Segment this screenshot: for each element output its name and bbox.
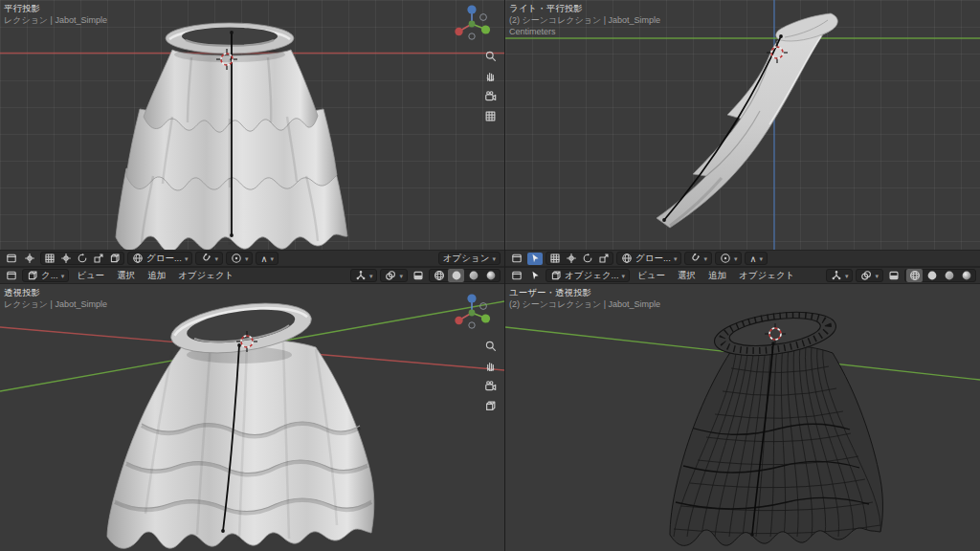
grid-tool-icon[interactable] [547, 253, 563, 265]
chevron-down-icon: ▾ [369, 273, 373, 279]
toolbar-top-left: グロー... ▾ ▾ ▾ ∧ ▾ オプション ▾ [0, 250, 504, 267]
wireframe-view-canvas [505, 284, 980, 551]
viewport-perspective-solid[interactable]: 透視投影 レクション | Jabot_Simple [0, 284, 504, 551]
chevron-down-icon: ▾ [703, 255, 707, 262]
chevron-down-icon: ▾ [399, 273, 403, 279]
header-bottom-right: オブジェク... ▾ ビュー 選択 追加 オブジェクト ▾ ▾ [505, 267, 980, 284]
chevron-down-icon: ▾ [875, 273, 879, 279]
menu-object[interactable]: オブジェクト [173, 270, 238, 282]
shading-mode-group [429, 269, 501, 282]
editor-type-icon[interactable] [4, 253, 19, 265]
falloff-glyph: ∧ [260, 253, 267, 264]
proportional-edit-dropdown[interactable]: ▾ [715, 252, 743, 265]
chevron-down-icon: ▾ [759, 255, 763, 262]
shading-wireframe-icon[interactable] [431, 269, 447, 282]
navigation-gizmo[interactable] [453, 292, 491, 330]
chevron-down-icon: ▾ [492, 255, 496, 262]
zoom-icon[interactable] [481, 48, 499, 64]
viewport-perspective-wireframe[interactable]: ユーザー・透視投影 (2) シーンコレクション | Jabot_Simple [505, 284, 980, 551]
snap-dropdown[interactable]: ▾ [684, 252, 712, 265]
snap-dropdown[interactable]: ▾ [195, 252, 223, 265]
options-label: オプション [443, 253, 490, 265]
menu-select[interactable]: 選択 [673, 270, 701, 282]
editor-type-icon[interactable] [509, 270, 524, 282]
active-tool-select-icon[interactable] [527, 253, 543, 265]
falloff-glyph: ∧ [749, 253, 756, 264]
pan-hand-icon[interactable] [481, 68, 499, 84]
menu-select[interactable]: 選択 [112, 270, 140, 282]
shading-rendered-icon[interactable] [482, 269, 499, 282]
viewport-side-controls [481, 48, 499, 124]
proportional-edit-dropdown[interactable]: ▾ [226, 252, 254, 265]
scale-tool-icon[interactable] [596, 253, 612, 265]
side-view-canvas [505, 0, 980, 250]
pan-hand-icon[interactable] [481, 358, 499, 374]
chevron-down-icon: ▾ [214, 255, 218, 262]
chevron-down-icon: ▾ [185, 255, 189, 262]
viewport-right-ortho[interactable]: ライト・平行投影 (2) シーンコレクション | Jabot_Simple Ce… [505, 0, 980, 250]
xray-toggle-icon[interactable] [411, 270, 426, 282]
grid-tool-icon[interactable] [42, 253, 57, 265]
rotate-tool-icon[interactable] [75, 253, 90, 265]
gizmos-dropdown[interactable]: ▾ [350, 269, 378, 282]
mode-dropdown[interactable]: ク... ▾ [22, 269, 69, 282]
navigation-gizmo[interactable] [453, 3, 491, 41]
chevron-down-icon: ▾ [622, 273, 626, 279]
ortho-grid-icon[interactable] [481, 108, 499, 124]
menu-add[interactable]: 追加 [143, 270, 170, 282]
viewport-side-controls [481, 338, 499, 414]
xray-toggle-icon[interactable] [886, 270, 902, 282]
options-dropdown[interactable]: オプション ▾ [438, 252, 501, 265]
blender-quad-view-window: 平行投影 レクション | Jabot_Simple [0, 0, 980, 551]
menu-view[interactable]: ビュー [633, 270, 670, 282]
mode-dropdown[interactable]: オブジェク... ▾ [546, 269, 630, 282]
camera-view-icon[interactable] [481, 378, 499, 394]
tool-button-group [40, 252, 124, 265]
shading-mode-group [904, 269, 976, 282]
shading-solid-icon[interactable] [448, 269, 464, 282]
chevron-down-icon: ▾ [270, 255, 274, 262]
toolbar-top-right: グロー... ▾ ▾ ▾ ∧ ▾ [505, 250, 980, 267]
tool-cursor-icon[interactable] [22, 253, 37, 265]
front-view-canvas [0, 0, 504, 250]
perspective-cube-icon[interactable] [481, 398, 499, 414]
cube-tool-icon[interactable] [107, 253, 122, 265]
chevron-down-icon: ▾ [61, 273, 65, 279]
gizmos-dropdown[interactable]: ▾ [826, 269, 854, 282]
menu-view[interactable]: ビュー [72, 270, 109, 282]
shading-wireframe-icon[interactable] [906, 269, 923, 282]
orientation-dropdown[interactable]: グロー... ▾ [127, 252, 192, 265]
menu-object[interactable]: オブジェクト [734, 270, 799, 282]
shading-rendered-icon[interactable] [958, 269, 974, 282]
editor-type-icon[interactable] [509, 253, 524, 265]
shading-material-icon[interactable] [941, 269, 957, 282]
chevron-down-icon: ▾ [245, 255, 249, 262]
active-tool-select-icon[interactable] [527, 270, 543, 282]
viewport-divider[interactable] [504, 0, 505, 551]
mode-label: オブジェク... [565, 270, 619, 282]
shading-solid-icon[interactable] [924, 269, 940, 282]
perspective-view-canvas [0, 284, 504, 551]
tool-button-group [546, 252, 613, 265]
scale-tool-icon[interactable] [91, 253, 106, 265]
falloff-dropdown[interactable]: ∧ ▾ [256, 252, 278, 265]
zoom-icon[interactable] [481, 338, 499, 354]
orientation-label: グロー... [635, 253, 671, 265]
menu-add[interactable]: 追加 [703, 270, 731, 282]
chevron-down-icon: ▾ [845, 273, 849, 279]
move-tool-icon[interactable] [58, 253, 74, 265]
overlays-dropdown[interactable]: ▾ [380, 269, 408, 282]
camera-view-icon[interactable] [481, 88, 499, 104]
overlays-dropdown[interactable]: ▾ [856, 269, 883, 282]
falloff-dropdown[interactable]: ∧ ▾ [745, 252, 767, 265]
viewport-front-ortho[interactable]: 平行投影 レクション | Jabot_Simple [0, 0, 504, 250]
header-bottom-left: ク... ▾ ビュー 選択 追加 オブジェクト ▾ ▾ [0, 267, 504, 284]
chevron-down-icon: ▾ [674, 255, 678, 262]
mode-label: ク... [41, 270, 58, 282]
rotate-tool-icon[interactable] [580, 253, 595, 265]
editor-type-icon[interactable] [4, 270, 19, 282]
jabot-wire-silhouette [670, 343, 882, 545]
orientation-dropdown[interactable]: グロー... ▾ [616, 252, 681, 265]
move-tool-icon[interactable] [564, 253, 579, 265]
shading-material-icon[interactable] [465, 269, 481, 282]
